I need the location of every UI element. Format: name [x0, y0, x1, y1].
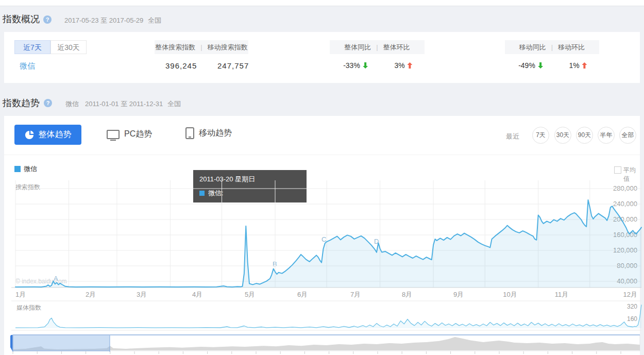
keyword-link[interactable]: 微信 — [20, 61, 35, 71]
legend-keyword-label[interactable]: 微信 — [24, 164, 37, 174]
x-tick-label: 3月 — [129, 291, 155, 299]
timeline-year: 2015 — [392, 337, 418, 346]
y-tick-label: 200,000 — [613, 215, 637, 224]
mobile-yoy-cell: -49% — [518, 61, 543, 70]
header-search-index: 整体搜索指数|移动搜索指数 — [155, 40, 248, 54]
event-marker-b[interactable]: B — [273, 260, 277, 268]
overview-title: 指数概况 — [3, 13, 40, 25]
media-axis-title: 媒体指数 — [16, 303, 41, 312]
x-tick-label: 8月 — [394, 291, 420, 299]
chart-tooltip: 2011-03-20 星期日 微信: — [193, 170, 307, 202]
mobile-mom-cell: 1% — [569, 61, 587, 70]
tab-overall-trend[interactable]: 整体趋势 — [14, 125, 81, 145]
header-mobile-search: 移动搜索指数 — [208, 43, 248, 51]
x-tick-label: 12月 — [623, 291, 637, 299]
mobile-yoy-value: -49% — [518, 61, 535, 70]
mobile-mom-value: 1% — [569, 61, 579, 70]
range-30d-button[interactable]: 30天 — [554, 127, 571, 144]
phone-icon — [185, 127, 194, 139]
timeline-year: 2014 — [294, 337, 320, 346]
event-marker-c[interactable]: C — [321, 235, 326, 243]
range-90d-button[interactable]: 90天 — [576, 127, 593, 144]
trend-down-icon — [538, 62, 543, 69]
overall-yoy-value: -33% — [343, 61, 360, 70]
header-mobile-compare: 移动同比|移动环比 — [505, 40, 599, 54]
series-color-swatch — [199, 191, 205, 196]
top-page-edge — [0, 0, 644, 6]
y-tick-label: 240,000 — [613, 200, 637, 208]
x-tick-label: 2月 — [78, 291, 104, 299]
watermark: © index.baidu.com — [15, 278, 67, 285]
media-y-tick-label: 320 — [627, 303, 637, 310]
tooltip-series-label: 微信: — [208, 189, 224, 198]
timeline-year: 2016 — [490, 337, 516, 346]
tab-pc-trend[interactable]: PC趋势 — [107, 129, 152, 140]
tab-last-7-days[interactable]: 近7天 — [14, 40, 50, 54]
x-tick-label: 9月 — [446, 291, 471, 299]
trend-region: 全国 — [167, 99, 181, 109]
overall-yoy-cell: -33% — [343, 61, 368, 70]
y-axis-title: 搜索指数 — [15, 183, 40, 192]
y-tick-label: 160,000 — [613, 231, 637, 239]
timeline-right-handle[interactable] — [107, 335, 112, 347]
x-tick-label: 4月 — [184, 291, 210, 299]
timeline-left-handle[interactable] — [10, 335, 15, 347]
x-tick-label: 6月 — [290, 291, 315, 299]
y-tick-label: 280,000 — [613, 184, 637, 193]
overview-region: 全国 — [148, 16, 161, 25]
pie-chart-icon — [25, 130, 34, 140]
trend-title: 指数趋势 — [3, 97, 40, 109]
help-icon[interactable]: ? — [44, 99, 52, 107]
media-y-tick-label: 160 — [627, 315, 637, 323]
average-checkbox[interactable] — [614, 166, 621, 174]
header-divider: | — [551, 43, 553, 51]
header-overall-search: 整体搜索指数 — [155, 43, 195, 51]
trend-keyword: 微信 — [65, 99, 79, 109]
header-overall-mom: 整体环比 — [383, 43, 410, 51]
tooltip-date: 2011-03-20 星期日 — [199, 175, 300, 184]
y-tick-label: 40,000 — [617, 277, 637, 285]
range-all-button[interactable]: 全部 — [619, 127, 636, 144]
trend-date-range: 2011-01-01 至 2011-12-31 — [85, 99, 163, 109]
overall-search-value: 396,245 — [165, 61, 191, 70]
timeline-year: 2017 — [588, 337, 614, 346]
pc-trend-label: PC趋势 — [124, 129, 152, 140]
x-tick-label: 1月 — [15, 291, 26, 299]
divider — [4, 155, 640, 155]
y-tick-label: 80,000 — [617, 262, 637, 270]
range-half-year-button[interactable]: 半年 — [598, 127, 615, 144]
legend-color-swatch[interactable] — [14, 166, 21, 172]
tab-mobile-trend[interactable]: 移动趋势 — [185, 127, 232, 139]
overview-date-range: 2017-05-23 至 2017-05-29 — [64, 16, 143, 25]
range-7d-button[interactable]: 7天 — [532, 127, 549, 144]
header-divider: | — [376, 43, 378, 51]
timeline-year: 2013 — [196, 337, 222, 346]
overall-trend-label: 整体趋势 — [39, 129, 72, 140]
trend-up-icon — [408, 62, 413, 69]
timeline-selection[interactable] — [13, 335, 114, 351]
overall-mom-value: 3% — [394, 61, 404, 70]
x-tick-label: 5月 — [237, 291, 263, 299]
event-marker-a[interactable]: A — [54, 275, 58, 282]
header-overall-yoy: 整体同比 — [344, 43, 371, 51]
recent-label: 最近 — [506, 132, 519, 141]
trend-card: 整体趋势 PC趋势 移动趋势 最近 7天 30天 90天 半年 全部 微信 平均… — [4, 116, 640, 355]
event-marker-d[interactable]: D — [374, 238, 379, 245]
header-mobile-mom: 移动环比 — [558, 43, 585, 51]
overall-mom-cell: 3% — [394, 61, 412, 70]
x-tick-label: 11月 — [549, 291, 574, 299]
tab-last-30-days[interactable]: 近30天 — [50, 40, 87, 54]
x-tick-label: 7月 — [343, 291, 368, 299]
header-mobile-yoy: 移动同比 — [519, 43, 546, 51]
help-icon[interactable]: ? — [43, 15, 52, 24]
y-tick-label: 120,000 — [613, 246, 637, 255]
x-tick-label: 10月 — [497, 291, 523, 299]
average-label: 平均值 — [623, 166, 640, 183]
header-overall-compare: 整体同比|整体环比 — [330, 40, 425, 54]
trend-down-icon — [363, 62, 368, 69]
trend-up-icon — [582, 62, 587, 69]
monitor-icon — [107, 130, 120, 139]
mobile-trend-label: 移动趋势 — [199, 128, 232, 139]
mobile-search-value: 247,757 — [217, 61, 243, 70]
header-divider: | — [200, 43, 202, 51]
